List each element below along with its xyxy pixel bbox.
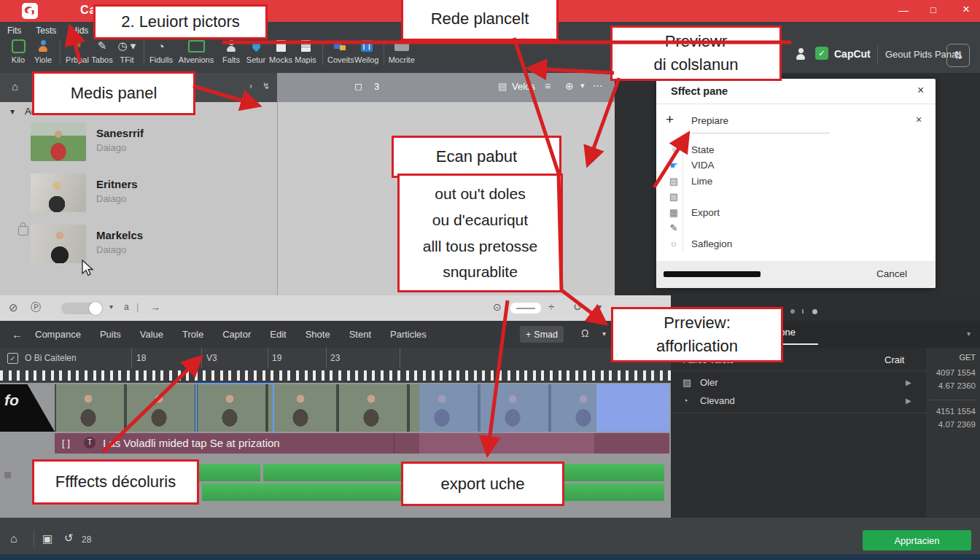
bell-icon[interactable]: Ω [581,327,588,339]
tab-compance[interactable]: Compance [35,329,81,340]
tab-particles[interactable]: Particles [390,329,427,340]
back-arrow-icon[interactable]: ← [12,328,23,341]
effect-list-item[interactable]: State [691,144,715,155]
slider-track [516,308,535,309]
toolbar-item-atvenions[interactable]: Atvenions [174,39,219,64]
pagination-dot-active[interactable] [812,309,817,314]
media-item[interactable]: Eritners Daiago [18,174,265,214]
effect-list-item[interactable]: VIDA [691,160,715,171]
zoom-slider[interactable] [510,303,541,314]
row-oler[interactable]: Oler [700,377,718,388]
row-clevand[interactable]: Clevand [700,395,735,406]
toolbar-item-fidulls[interactable]: ◔Fidulls [149,39,174,64]
chevron-down-icon[interactable]: ▾ [580,81,585,90]
divide-icon[interactable]: ÷ [548,300,554,313]
tab-puits[interactable]: Puits [100,329,121,340]
video-clip-blue-solid[interactable] [596,384,669,432]
toggle-knob [89,302,102,315]
image-icon: ▧ [666,191,681,202]
chevron-right-icon[interactable]: › [249,81,252,91]
hamburger-menu-icon[interactable]: ≡ [545,80,551,92]
menu-edit[interactable]: Tests [36,26,56,36]
tab-shote[interactable]: Shote [306,329,330,340]
home-icon[interactable]: ⌂ [10,532,18,545]
import-icon [12,39,26,53]
selected-clip-outline[interactable] [195,383,274,435]
maximize-button[interactable]: □ [930,4,936,15]
globe-icon[interactable]: ⊕ [565,80,574,92]
prepiare-close-icon[interactable]: × [916,114,922,125]
panel-header-right[interactable]: Crait [884,354,904,365]
dialog-title: Sffect pane [671,85,728,97]
dialog-close-icon[interactable]: × [917,84,924,97]
export-quick-icon[interactable]: ⇅ [946,44,970,67]
toolbar-item-kilo[interactable]: Kilo [6,39,31,64]
effect-list-item[interactable]: Lime [691,176,712,187]
effect-list-item[interactable]: Saflegion [691,238,732,249]
prepiare-item[interactable]: Prepiare [691,115,728,126]
tab-captor[interactable]: Captor [222,329,251,340]
media-title: Sanesrrif [96,127,144,139]
toolbar-item-tfit[interactable]: ◷ ▾TFit [114,39,139,64]
chevron-down-icon[interactable]: ▾ [967,330,971,338]
chevron-down-icon[interactable]: ▾ [109,303,113,311]
text-track-clip[interactable]: [ ] T I as Voladli mided tap Se at priza… [55,433,669,454]
menu-help[interactable]: Hids [71,26,88,36]
panel-layout-icon[interactable]: ▣ [42,532,52,545]
snap-icon[interactable]: a [124,302,129,312]
toolbar-item-setur[interactable]: Setur [244,39,268,64]
timeline-tick-strip[interactable] [0,368,671,383]
minimize-button[interactable]: — [898,4,909,16]
disabled-icon[interactable]: ⊘ [9,301,18,314]
toolbar-item-mapis[interactable]: Mapis [293,39,318,64]
toolbar-item-weilog[interactable]: ❘❘Weilog [354,39,379,64]
panel-divider [671,413,926,413]
toolbar-item-mocks[interactable]: Mocks [268,39,293,64]
tab-trole[interactable]: Trole [182,329,203,340]
undo-icon[interactable]: ↺ [64,532,74,545]
account-brand: CapCut [834,48,871,60]
chevron-down-icon[interactable]: ▾ [602,330,606,338]
pagination-dot[interactable] [790,309,795,314]
toolbar-item-mocrite[interactable]: Mocrite [389,39,415,64]
toolbar-item-coveits[interactable]: Coveits [327,39,354,64]
dialog-footer: Cancel [656,261,936,288]
audio-clip-green[interactable] [562,483,664,501]
chevron-down-icon[interactable]: ▾ [598,303,602,311]
add-icon[interactable]: + [666,112,674,128]
collapse-triangle-icon[interactable]: ▾ [10,106,15,117]
bolt-icon[interactable]: ↯ [262,81,270,91]
home-icon[interactable]: ⌂ [12,80,18,93]
circled-p-icon[interactable]: Ⓟ [31,301,41,314]
expand-chevron-icon[interactable]: ▶ [906,397,911,405]
tab-edit[interactable]: Edit [270,329,286,340]
account-icon[interactable] [795,48,806,63]
checkbox-icon[interactable]: ✓ [7,353,18,364]
export-button[interactable]: Apprtacien [863,530,971,551]
media-title: Markelcs [96,229,143,241]
effect-list-item[interactable]: Export [691,207,720,218]
media-item[interactable]: Markelcs Daiago [18,225,265,265]
toolbar-item-prbpal[interactable]: ⚑Prbpal [65,39,90,64]
timeline-ruler[interactable]: ✓ O Bi Caitelen 18 V3 19 23 [0,348,671,368]
menu-file[interactable]: Fits [7,26,21,36]
audio-clip-green[interactable] [199,464,260,481]
media-item[interactable]: Sanesrrif Daiago [18,122,265,163]
forward-icon[interactable]: → [150,301,160,313]
toolbar-item-yiole[interactable]: Yiole [31,39,55,64]
more-options-icon[interactable]: ⋯ [593,79,603,91]
undo-rotate-icon[interactable]: ↺ [573,300,583,314]
corner-tool-icon[interactable]: ◻ [354,81,362,92]
expand-chevron-icon[interactable]: ▶ [906,378,911,386]
tab-stent[interactable]: Stent [349,329,371,340]
cancel-button[interactable]: Cancel [876,268,907,279]
smad-button[interactable]: +Smad [520,326,564,343]
close-button[interactable]: × [962,2,970,17]
velos-label[interactable]: Velos [512,81,535,92]
toolbar-item-falts[interactable]: Falts [219,39,244,64]
tab-value[interactable]: Value [140,329,163,340]
track-handle[interactable] [4,472,11,478]
toolbar-item-tabos[interactable]: ✎Tabos [90,39,114,64]
record-icon[interactable]: ⊙ [493,301,502,313]
toggle-switch[interactable] [61,303,102,314]
